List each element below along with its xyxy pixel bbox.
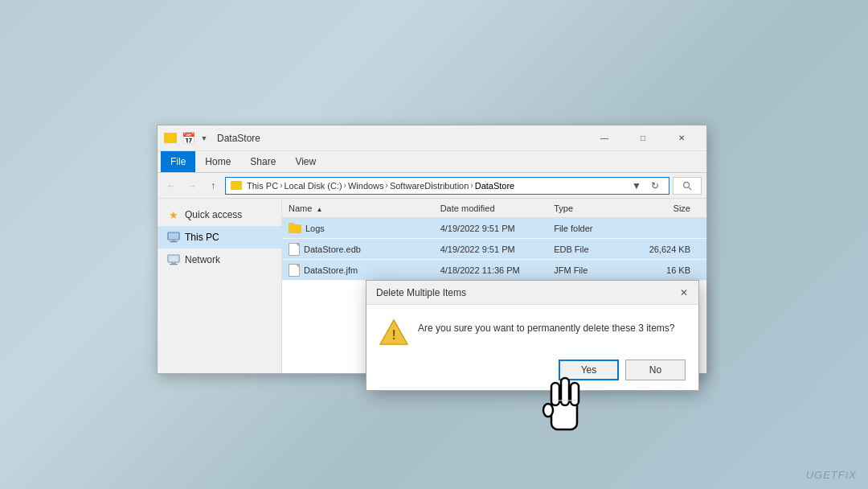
- breadcrumb-sep4: ›: [470, 181, 473, 190]
- network-label: Network: [185, 254, 220, 265]
- window-controls: ― □ ✕: [586, 127, 700, 150]
- svg-text:!: !: [391, 327, 396, 343]
- title-bar: 📅 ▼ DataStore ― □ ✕: [158, 125, 706, 151]
- dialog-close-button[interactable]: ✕: [676, 285, 692, 301]
- breadcrumb-sep2: ›: [344, 181, 346, 190]
- folder-icon-logs: [289, 223, 301, 233]
- warning-icon: !: [379, 318, 408, 347]
- watermark: UGETFIX: [806, 469, 857, 481]
- svg-point-0: [684, 182, 690, 187]
- address-bar: ← → ↑ This PC › Local Disk (C:) › Window…: [158, 173, 706, 199]
- table-row[interactable]: Logs 4/19/2022 9:51 PM File folder: [282, 218, 706, 239]
- breadcrumb: This PC › Local Disk (C:) › Windows › So…: [247, 181, 514, 191]
- col-header-name[interactable]: Name ▲: [289, 203, 440, 213]
- tab-view[interactable]: View: [285, 151, 326, 172]
- title-bar-icons: 📅 ▼: [164, 132, 211, 145]
- dialog-title: Delete Multiple Items: [376, 287, 466, 298]
- back-button[interactable]: ←: [162, 177, 180, 195]
- sidebar-item-network[interactable]: Network: [158, 249, 281, 271]
- ribbon: File Home Share View: [158, 151, 706, 173]
- file-name-edb: DataStore.edb: [289, 243, 440, 256]
- quick-access-icon: ★: [167, 208, 180, 221]
- col-header-date[interactable]: Date modified: [440, 203, 555, 213]
- this-pc-icon: [167, 231, 180, 244]
- window-title: DataStore: [217, 133, 586, 144]
- file-type-logs: File folder: [554, 224, 629, 233]
- dialog-message: Are you sure you want to permanently del…: [418, 318, 675, 335]
- svg-rect-3: [168, 232, 179, 240]
- breadcrumb-softwaredist: SoftwareDistribution: [390, 181, 469, 191]
- table-row[interactable]: DataStore.edb 4/19/2022 9:51 PM EDB File…: [282, 239, 706, 260]
- this-pc-label: This PC: [185, 232, 219, 243]
- file-size-edb: 26,624 KB: [630, 244, 700, 254]
- file-type-jfm: JFM File: [554, 265, 629, 275]
- breadcrumb-thispc: This PC: [247, 181, 278, 191]
- breadcrumb-sep3: ›: [386, 181, 388, 190]
- close-button[interactable]: ✕: [663, 127, 700, 150]
- minimize-button[interactable]: ―: [586, 127, 623, 150]
- file-date-edb: 4/19/2022 9:51 PM: [440, 244, 555, 254]
- maximize-button[interactable]: □: [624, 127, 661, 150]
- svg-rect-9: [170, 264, 178, 265]
- col-header-size[interactable]: Size: [630, 203, 700, 213]
- tab-share[interactable]: Share: [240, 151, 285, 172]
- delete-dialog: Delete Multiple Items ✕ ! Are you sure y…: [366, 280, 699, 391]
- file-name-logs: Logs: [289, 223, 440, 233]
- tab-file[interactable]: File: [161, 151, 195, 172]
- col-header-type[interactable]: Type: [554, 203, 629, 213]
- breadcrumb-datastore: DataStore: [475, 181, 515, 191]
- refresh-button[interactable]: ↻: [646, 177, 664, 195]
- svg-rect-12: [551, 399, 577, 429]
- svg-rect-4: [171, 240, 176, 241]
- file-type-edb: EDB File: [554, 244, 629, 254]
- dialog-buttons: Yes No: [366, 356, 698, 390]
- breadcrumb-localdisk: Local Disk (C:): [284, 181, 342, 191]
- up-button[interactable]: ↑: [204, 177, 222, 195]
- file-list-header: Name ▲ Date modified Type Size: [282, 199, 706, 218]
- file-icon-jfm: [289, 264, 300, 277]
- dropdown-button[interactable]: ▼: [630, 177, 643, 195]
- dialog-title-bar: Delete Multiple Items ✕: [366, 281, 698, 305]
- breadcrumb-sep1: ›: [280, 181, 282, 190]
- file-icon-edb: [289, 243, 300, 256]
- address-bar-right: ▼ ↻: [630, 177, 664, 195]
- dialog-body: ! Are you sure you want to permanently d…: [366, 305, 698, 356]
- title-folder-icon: [164, 133, 177, 143]
- svg-point-16: [543, 404, 553, 417]
- file-date-jfm: 4/18/2022 11:36 PM: [440, 265, 555, 275]
- warning-triangle-icon: !: [379, 318, 408, 347]
- ribbon-tabs: File Home Share View: [158, 151, 706, 172]
- forward-button[interactable]: →: [183, 177, 201, 195]
- table-row[interactable]: DataStore.jfm 4/18/2022 11:36 PM JFM Fil…: [282, 260, 706, 281]
- sort-arrow: ▲: [316, 206, 322, 213]
- search-box[interactable]: [673, 177, 702, 195]
- tab-home[interactable]: Home: [195, 151, 240, 172]
- svg-rect-5: [170, 241, 178, 242]
- sidebar: ★ Quick access This PC: [158, 199, 282, 373]
- breadcrumb-windows: Windows: [348, 181, 384, 191]
- title-arrow-icon: ▼: [198, 132, 211, 145]
- yes-button[interactable]: Yes: [559, 360, 619, 380]
- svg-rect-7: [168, 255, 179, 262]
- sidebar-item-quick-access[interactable]: ★ Quick access: [158, 203, 281, 226]
- file-name-jfm: DataStore.jfm: [289, 264, 440, 277]
- file-size-jfm: 16 KB: [630, 265, 700, 275]
- sidebar-item-this-pc[interactable]: This PC: [158, 226, 281, 249]
- address-folder-icon: [231, 181, 242, 190]
- address-input[interactable]: This PC › Local Disk (C:) › Windows › So…: [225, 177, 669, 195]
- search-icon: [682, 181, 692, 191]
- title-quick-access-icon: 📅: [182, 132, 194, 145]
- svg-rect-8: [171, 262, 176, 264]
- network-icon: [167, 253, 180, 266]
- quick-access-label: Quick access: [185, 209, 242, 220]
- svg-line-1: [689, 187, 691, 190]
- file-date-logs: 4/19/2022 9:51 PM: [440, 224, 555, 233]
- no-button[interactable]: No: [625, 360, 686, 380]
